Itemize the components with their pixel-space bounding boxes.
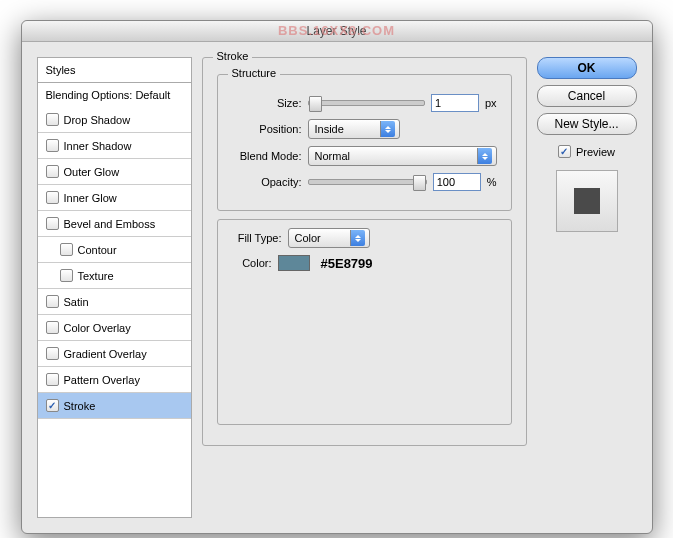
style-checkbox[interactable] <box>46 191 59 204</box>
style-item-stroke[interactable]: Stroke <box>38 393 191 419</box>
style-checkbox[interactable] <box>46 295 59 308</box>
chevron-updown-icon <box>477 148 492 164</box>
style-item-drop-shadow[interactable]: Drop Shadow <box>38 107 191 133</box>
opacity-unit: % <box>487 176 497 188</box>
stroke-fieldset: Stroke Structure Size: px Position: Insi… <box>202 57 527 446</box>
opacity-slider[interactable] <box>308 179 427 185</box>
position-select[interactable]: Inside <box>308 119 400 139</box>
size-label: Size: <box>232 97 302 109</box>
style-label: Bevel and Emboss <box>64 218 156 230</box>
style-label: Texture <box>78 270 114 282</box>
style-checkbox[interactable] <box>46 139 59 152</box>
color-hex: #5E8799 <box>321 256 373 271</box>
style-checkbox[interactable] <box>46 373 59 386</box>
preview-box <box>556 170 618 232</box>
style-label: Outer Glow <box>64 166 120 178</box>
style-label: Contour <box>78 244 117 256</box>
style-label: Color Overlay <box>64 322 131 334</box>
opacity-input[interactable] <box>433 173 481 191</box>
chevron-updown-icon <box>380 121 395 137</box>
size-slider[interactable] <box>308 100 425 106</box>
style-item-outer-glow[interactable]: Outer Glow <box>38 159 191 185</box>
structure-legend: Structure <box>228 67 281 79</box>
preview-label: Preview <box>576 146 615 158</box>
filltype-select[interactable]: Color <box>288 228 370 248</box>
style-checkbox[interactable] <box>46 347 59 360</box>
style-item-texture[interactable]: Texture <box>38 263 191 289</box>
style-item-gradient-overlay[interactable]: Gradient Overlay <box>38 341 191 367</box>
style-label: Gradient Overlay <box>64 348 147 360</box>
layer-style-dialog: BBS.16XX8.COM Layer Style Styles Blendin… <box>21 20 653 534</box>
style-label: Satin <box>64 296 89 308</box>
style-item-color-overlay[interactable]: Color Overlay <box>38 315 191 341</box>
fill-fieldset: Fill Type: Color Color: #5E8799 <box>217 219 512 425</box>
button-column: OK Cancel New Style... Preview <box>537 57 637 518</box>
opacity-label: Opacity: <box>232 176 302 188</box>
styles-list: Drop ShadowInner ShadowOuter GlowInner G… <box>37 107 192 518</box>
style-item-inner-shadow[interactable]: Inner Shadow <box>38 133 191 159</box>
style-item-contour[interactable]: Contour <box>38 237 191 263</box>
blendmode-label: Blend Mode: <box>232 150 302 162</box>
dialog-title: Layer Style <box>306 24 366 38</box>
structure-fieldset: Structure Size: px Position: Inside <box>217 74 512 211</box>
size-input[interactable] <box>431 94 479 112</box>
style-label: Drop Shadow <box>64 114 131 126</box>
size-unit: px <box>485 97 497 109</box>
chevron-updown-icon <box>350 230 365 246</box>
preview-checkbox[interactable] <box>558 145 571 158</box>
color-swatch[interactable] <box>278 255 310 271</box>
style-checkbox[interactable] <box>46 165 59 178</box>
position-label: Position: <box>232 123 302 135</box>
stroke-legend: Stroke <box>213 50 253 62</box>
ok-button[interactable]: OK <box>537 57 637 79</box>
style-item-pattern-overlay[interactable]: Pattern Overlay <box>38 367 191 393</box>
color-label: Color: <box>232 257 272 269</box>
style-label: Inner Shadow <box>64 140 132 152</box>
styles-header[interactable]: Styles <box>37 57 192 82</box>
preview-swatch <box>574 188 600 214</box>
new-style-button[interactable]: New Style... <box>537 113 637 135</box>
style-item-inner-glow[interactable]: Inner Glow <box>38 185 191 211</box>
style-item-bevel-and-emboss[interactable]: Bevel and Emboss <box>38 211 191 237</box>
filltype-label: Fill Type: <box>232 232 282 244</box>
style-checkbox[interactable] <box>60 243 73 256</box>
titlebar: BBS.16XX8.COM Layer Style <box>22 21 652 42</box>
style-checkbox[interactable] <box>46 113 59 126</box>
style-checkbox[interactable] <box>46 217 59 230</box>
styles-sidebar: Styles Blending Options: Default Drop Sh… <box>37 57 192 518</box>
style-checkbox[interactable] <box>60 269 73 282</box>
style-label: Inner Glow <box>64 192 117 204</box>
style-checkbox[interactable] <box>46 399 59 412</box>
blending-options-row[interactable]: Blending Options: Default <box>37 82 192 107</box>
options-panel: Stroke Structure Size: px Position: Insi… <box>202 57 527 518</box>
style-label: Pattern Overlay <box>64 374 140 386</box>
style-label: Stroke <box>64 400 96 412</box>
style-checkbox[interactable] <box>46 321 59 334</box>
blendmode-select[interactable]: Normal <box>308 146 497 166</box>
cancel-button[interactable]: Cancel <box>537 85 637 107</box>
style-item-satin[interactable]: Satin <box>38 289 191 315</box>
